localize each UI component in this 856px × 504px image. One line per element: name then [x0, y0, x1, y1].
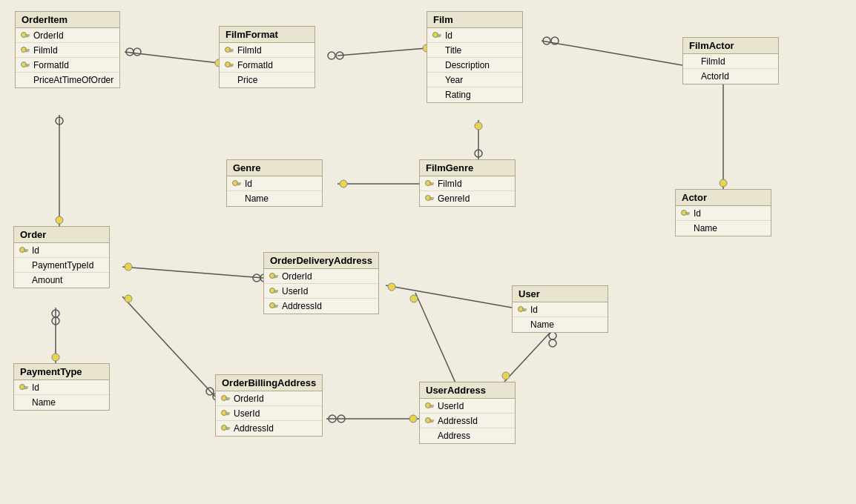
pk-icon: [20, 60, 30, 70]
field-name: Address: [438, 431, 470, 441]
field-name: OrderId: [234, 394, 264, 404]
entity-field-row: FilmId: [683, 54, 778, 69]
entity-filmgenre: FilmGenre FilmId GenreId: [419, 159, 516, 207]
svg-point-18: [340, 180, 347, 188]
field-name: FilmId: [701, 56, 725, 67]
field-name: OrderId: [282, 271, 312, 282]
svg-point-15: [475, 122, 482, 130]
entity-field-row: Title: [427, 43, 522, 58]
entity-useraddress: UserAddress UserId AddressIdAddress: [419, 382, 516, 444]
svg-point-41: [409, 415, 417, 422]
svg-rect-52: [28, 50, 30, 52]
entity-field-row: Id: [14, 380, 109, 395]
svg-rect-49: [27, 36, 28, 37]
svg-line-42: [504, 330, 553, 382]
entity-field-row: Id: [14, 243, 109, 258]
entity-field-row: Address: [420, 428, 515, 443]
svg-rect-125: [431, 406, 432, 408]
field-name: Id: [32, 245, 39, 256]
entity-header-filmgenre: FilmGenre: [420, 160, 515, 176]
entity-field-row: AddressId: [264, 299, 378, 314]
svg-rect-113: [227, 399, 228, 400]
svg-point-28: [52, 317, 59, 325]
svg-rect-89: [25, 251, 27, 252]
entity-field-row: AddressId: [216, 421, 322, 436]
entity-field-row: UserId: [216, 406, 322, 421]
entity-field-row: Rating: [427, 87, 522, 102]
svg-point-27: [52, 310, 59, 317]
svg-rect-72: [240, 184, 241, 185]
svg-rect-69: [438, 36, 440, 37]
pk-icon: [424, 416, 435, 426]
diagram-canvas: OrderItem OrderId FilmId FormatIdPriceAt…: [0, 0, 856, 504]
svg-point-20: [56, 117, 63, 125]
pk-icon: [20, 30, 30, 41]
svg-rect-81: [431, 199, 432, 200]
entity-header-genre: Genre: [227, 160, 322, 176]
field-name: FilmId: [438, 179, 462, 189]
entity-field-row: Name: [14, 395, 109, 410]
entity-field-row: OrderId: [16, 28, 119, 43]
entity-orderitem: OrderItem OrderId FilmId FormatIdPriceAt…: [15, 11, 120, 88]
svg-point-24: [253, 274, 260, 282]
field-name: AddressId: [234, 423, 274, 434]
svg-rect-76: [432, 184, 434, 185]
entity-field-row: Name: [227, 191, 322, 206]
svg-point-32: [206, 388, 214, 395]
field-name: GenreId: [438, 193, 470, 204]
entity-field-row: Name: [676, 221, 771, 236]
field-name: OrderId: [33, 30, 64, 41]
field-name: Title: [445, 45, 461, 56]
svg-point-37: [410, 295, 418, 302]
svg-rect-116: [228, 414, 230, 415]
svg-line-0: [125, 52, 219, 63]
svg-point-5: [328, 52, 335, 59]
field-name: ActorId: [701, 71, 729, 82]
entity-genre: Genre IdName: [226, 159, 323, 207]
svg-rect-65: [231, 65, 232, 67]
field-name: AddressId: [282, 301, 322, 311]
entity-field-row: Year: [427, 73, 522, 87]
entity-field-row: GenreId: [420, 191, 515, 206]
svg-rect-120: [228, 428, 230, 430]
entity-user: User IdName: [512, 285, 608, 333]
entity-field-row: ActorId: [683, 69, 778, 84]
svg-rect-77: [431, 184, 432, 185]
field-name: FormatId: [237, 60, 273, 70]
pk-icon: [269, 301, 279, 311]
svg-point-9: [543, 37, 550, 44]
field-name: Name: [694, 223, 717, 233]
pk-icon: [680, 208, 691, 219]
svg-rect-108: [27, 388, 28, 389]
entity-field-row: Id: [227, 176, 322, 191]
pk-icon: [517, 305, 527, 315]
field-name: FormatId: [33, 60, 69, 70]
entity-field-row: AddressId: [420, 414, 515, 428]
svg-rect-85: [687, 213, 688, 215]
field-name: FilmId: [237, 45, 262, 56]
svg-rect-112: [228, 399, 230, 400]
svg-rect-84: [688, 213, 690, 215]
svg-point-13: [720, 179, 727, 187]
svg-point-35: [388, 283, 395, 291]
svg-rect-100: [277, 306, 278, 308]
entity-order: Order IdPaymentTypeIdAmount: [13, 226, 110, 288]
svg-point-39: [329, 415, 336, 422]
pk-icon: [220, 408, 231, 419]
svg-rect-64: [232, 65, 234, 67]
svg-point-44: [549, 339, 556, 347]
field-name: Year: [445, 75, 463, 85]
field-name: Name: [245, 193, 269, 204]
entity-film: Film IdTitleDescriptionYearRating: [427, 11, 523, 103]
field-name: Amount: [32, 275, 62, 285]
svg-rect-68: [440, 36, 441, 37]
entity-actor: Actor IdName: [675, 189, 771, 236]
field-name: Description: [445, 60, 490, 70]
svg-line-30: [122, 296, 215, 397]
entity-filmactor: FilmActorFilmIdActorId: [682, 37, 779, 84]
field-name: UserId: [282, 286, 308, 296]
entity-field-row: FilmId: [420, 176, 515, 191]
svg-rect-128: [432, 421, 434, 422]
entity-header-user: User: [513, 286, 608, 302]
field-name: Id: [694, 208, 701, 219]
